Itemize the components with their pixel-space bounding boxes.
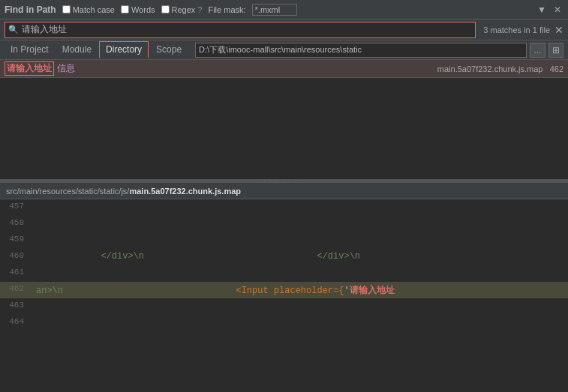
line-content: </div>\n </div>\n: [30, 249, 568, 265]
match-case-label: Match case: [73, 5, 115, 14]
result-line-number: 462: [550, 64, 563, 73]
directory-path-group: ... ⊞: [195, 43, 563, 58]
toolbar-icons: ▼ ✕: [535, 4, 563, 16]
file-mask-label: File mask:: [208, 5, 245, 14]
code-line-460: 460 </div>\n </div>\n: [0, 249, 568, 265]
match-case-option[interactable]: Match case: [62, 5, 115, 14]
line-content: an>\n <Input placeholder={'请输入地址: [30, 282, 568, 298]
line-content: [30, 298, 568, 315]
result-file: main.5a07f232.chunk.js.map 462: [437, 64, 563, 73]
file-breadcrumb: src/main/resources/static/static/js/main…: [0, 183, 568, 199]
directory-path-input[interactable]: [195, 43, 527, 58]
regex-label: Regex: [172, 5, 196, 14]
regex-option[interactable]: Regex ?: [161, 5, 203, 14]
regex-checkbox[interactable]: [161, 5, 170, 13]
line-content: [30, 265, 568, 282]
filter-button[interactable]: ▼: [535, 4, 548, 16]
words-option[interactable]: Words: [121, 5, 155, 14]
line-number: 460: [0, 249, 30, 265]
file-mask-input[interactable]: [252, 4, 297, 16]
path-more-button[interactable]: ...: [530, 43, 545, 58]
grid-view-button[interactable]: ⊞: [548, 43, 563, 58]
results-row: 请输入地址 信息 main.5a07f232.chunk.js.map 462: [0, 60, 568, 78]
breadcrumb-filename: main.5a07f232.chunk.js.map: [129, 187, 241, 196]
line-number: 457: [0, 199, 30, 216]
tabs-row: In Project Module Directory Scope ... ⊞: [0, 40, 568, 60]
search-row: 🔍 3 matches in 1 file ✕: [0, 19, 568, 40]
result-info: 信息: [57, 62, 75, 75]
match-count: 3 matches in 1 file: [483, 25, 550, 34]
code-line-462: 462 an>\n <Input placeholder={'请输入地址: [0, 282, 568, 298]
words-checkbox[interactable]: [121, 5, 129, 13]
line-number: 459: [0, 232, 30, 249]
tab-in-project[interactable]: In Project: [5, 42, 55, 58]
code-line-461: 461: [0, 265, 568, 282]
tab-module[interactable]: Module: [56, 42, 98, 58]
close-search-icon[interactable]: ✕: [554, 24, 563, 36]
result-query: 请输入地址: [5, 61, 54, 76]
regex-question: ?: [197, 5, 202, 14]
toolbar: Find in Path Match case Words Regex ? Fi…: [0, 0, 568, 19]
code-line-459: 459: [0, 232, 568, 249]
line-content: [30, 232, 568, 249]
preview-panel: · · · · · · ·: [0, 78, 568, 183]
tab-directory[interactable]: Directory: [99, 41, 149, 58]
pin-button[interactable]: ✕: [551, 4, 563, 16]
tab-scope[interactable]: Scope: [150, 42, 188, 58]
code-area: 457 458 459 460 </div>\n </div>\n 461 46…: [0, 199, 568, 392]
line-number: 464: [0, 315, 30, 331]
line-number: 458: [0, 216, 30, 232]
breadcrumb-path: src/main/resources/static/static/js/: [6, 187, 129, 196]
line-number: 461: [0, 265, 30, 282]
search-box: 🔍: [5, 22, 476, 38]
code-line-457: 457: [0, 199, 568, 216]
result-filename: main.5a07f232.chunk.js.map: [437, 64, 543, 73]
line-content: [30, 315, 568, 331]
main-area: · · · · · · · src/main/resources/static/…: [0, 78, 568, 392]
match-case-checkbox[interactable]: [62, 5, 71, 13]
window-title: Find in Path: [5, 4, 56, 15]
drag-dots: · · · · · · ·: [263, 178, 305, 184]
line-content: [30, 199, 568, 216]
line-number: 463: [0, 298, 30, 315]
search-icon: 🔍: [8, 25, 19, 34]
words-label: Words: [131, 5, 155, 14]
code-line-464: 464: [0, 315, 568, 331]
drag-handle[interactable]: · · · · · · ·: [0, 179, 568, 182]
line-content: [30, 216, 568, 232]
line-number: 462: [0, 282, 30, 298]
code-line-458: 458: [0, 216, 568, 232]
code-line-463: 463: [0, 298, 568, 315]
search-input[interactable]: [22, 25, 472, 35]
